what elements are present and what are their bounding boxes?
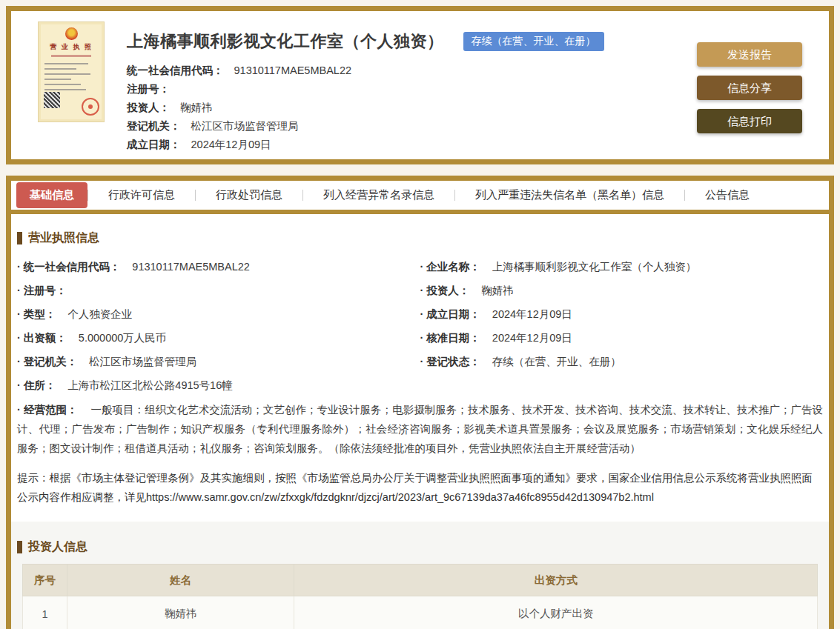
field-label: · 核准日期： [420, 332, 480, 344]
field-row: · 核准日期：2024年12月09日 [420, 326, 824, 350]
table-row: 1 鞠婧祎 以个人财产出资 [23, 596, 818, 629]
column-header-name: 姓名 [67, 565, 294, 596]
detail-panel: 基础信息 行政许可信息 行政处罚信息 列入经营异常名录信息 列入严重违法失信名单… [6, 176, 834, 629]
address-row: · 住所：上海市松江区北松公路4915号16幢 [17, 373, 823, 397]
field-value: 鞠婧祎 [481, 284, 514, 296]
field-label: · 登记状态： [420, 356, 480, 367]
company-summary: 上海橘事顺利影视文化工作室（个人独资） 存续（在营、开业、在册） 统一社会信用代… [105, 11, 697, 159]
tab-announcements[interactable]: 公告信息 [705, 188, 750, 202]
tab-divider [454, 190, 455, 201]
tab-divider [684, 190, 685, 201]
print-info-button[interactable]: 信息打印 [697, 109, 802, 133]
share-info-button[interactable]: 信息分享 [697, 76, 802, 100]
license-qr-code [44, 92, 60, 108]
field-value: 2024年12月09日 [492, 308, 572, 320]
section-marker-icon [17, 541, 22, 553]
field-label: · 类型： [17, 308, 56, 320]
license-fields-grid: · 统一社会信用代码：91310117MAE5MBAL22 · 注册号： · 类… [17, 255, 823, 373]
field-row: · 统一社会信用代码：91310117MAE5MBAL22 [17, 255, 420, 279]
tab-serious-violation-blacklist[interactable]: 列入严重违法失信名单（黑名单）信息 [475, 188, 664, 202]
business-license-thumbnail[interactable]: 营 业 执 照 [38, 21, 105, 122]
tab-divider [87, 190, 88, 201]
license-text-line [44, 73, 90, 75]
cell-name: 鞠婧祎 [67, 596, 294, 629]
tab-admin-penalty[interactable]: 行政处罚信息 [216, 188, 282, 202]
field-row: · 成立日期：2024年12月09日 [420, 302, 824, 326]
section-title: 营业执照信息 [28, 230, 99, 246]
status-badge: 存续（在营、开业、在册） [463, 32, 604, 51]
field-row: · 投资人：鞠婧祎 [420, 279, 824, 302]
field-value: 松江区市场监督管理局 [89, 356, 196, 367]
header-field-row: 统一社会信用代码：91310117MAE5MBAL22 [127, 61, 697, 80]
field-label: · 登记机关： [17, 356, 77, 367]
field-label: · 成立日期： [420, 308, 480, 320]
field-label: 投资人： [127, 101, 170, 113]
license-text-line [44, 84, 81, 85]
column-header-method: 出资方式 [294, 565, 818, 596]
license-fields-right: · 企业名称：上海橘事顺利影视文化工作室（个人独资） · 投资人：鞠婧祎 · 成… [420, 255, 824, 373]
field-label: · 经营范围： [17, 404, 78, 416]
national-emblem-icon [65, 27, 78, 40]
header-field-row: 成立日期：2024年12月09日 [127, 136, 697, 154]
field-row: · 登记状态：存续（在营、开业、在册） [420, 350, 824, 373]
field-label: 注册号： [127, 83, 170, 95]
field-value: 5.000000万人民币 [79, 332, 166, 344]
field-row: · 类型：个人独资企业 [17, 302, 420, 326]
header-field-row: 登记机关：松江区市场监督管理局 [127, 117, 697, 136]
field-row: · 注册号： [17, 279, 420, 302]
page-title-company-name: 上海橘事顺利影视文化工作室（个人独资） [127, 30, 444, 53]
investor-section: 投资人信息 序号 姓名 出资方式 1 鞠婧祎 以个人财产出资 [11, 522, 829, 629]
company-header-panel: 营 业 执 照 上海橘事顺利影视文化工作室（个人独资） 存续（在营、开业、在册）… [6, 6, 834, 164]
cell-method: 以个人财产出资 [294, 596, 818, 629]
field-value: 91310117MAE5MBAL22 [132, 261, 250, 273]
license-subtitle-line [51, 55, 92, 57]
header-field-row: 注册号： [127, 80, 697, 99]
field-row: · 企业名称：上海橘事顺利影视文化工作室（个人独资） [420, 255, 824, 279]
field-row: · 登记机关：松江区市场监督管理局 [17, 350, 420, 373]
field-value: 个人独资企业 [67, 308, 132, 320]
section-header: 投资人信息 [17, 539, 823, 555]
tab-bar: 基础信息 行政许可信息 行政处罚信息 列入经营异常名录信息 列入严重违法失信名单… [11, 181, 829, 214]
tab-abnormal-operation[interactable]: 列入经营异常名录信息 [323, 188, 434, 202]
header-field-row: 投资人：鞠婧祎 [127, 99, 697, 117]
field-label: · 住所： [17, 379, 56, 391]
license-text-line [44, 68, 76, 70]
field-label: · 投资人： [420, 284, 470, 296]
field-value: 2024年12月09日 [492, 332, 572, 344]
send-report-button[interactable]: 发送报告 [697, 42, 802, 67]
license-text-line [44, 63, 88, 64]
cell-index: 1 [23, 596, 67, 629]
section-header: 营业执照信息 [17, 230, 823, 246]
tab-divider [302, 190, 303, 201]
field-value: 鞠婧祎 [180, 101, 213, 113]
tab-basic-info[interactable]: 基础信息 [16, 182, 87, 208]
field-label: · 企业名称： [420, 261, 480, 273]
field-value: 松江区市场监督管理局 [191, 120, 299, 132]
table-header-row: 序号 姓名 出资方式 [23, 565, 818, 596]
field-label: · 注册号： [17, 284, 67, 296]
notice-text: 提示：根据《市场主体登记管理条例》及其实施细则，按照《市场监管总局办公厅关于调整… [17, 468, 823, 507]
license-fields-left: · 统一社会信用代码：91310117MAE5MBAL22 · 注册号： · 类… [17, 255, 420, 373]
field-label: 登记机关： [127, 120, 181, 132]
field-value: 上海市松江区北松公路4915号16幢 [67, 379, 232, 391]
tab-admin-license[interactable]: 行政许可信息 [108, 188, 175, 202]
license-red-seal [82, 98, 99, 116]
tab-content: 营业执照信息 · 统一社会信用代码：91310117MAE5MBAL22 · 注… [11, 214, 829, 629]
business-scope-text: 一般项目：组织文化艺术交流活动；文艺创作；专业设计服务；电影摄制服务；技术服务、… [17, 404, 823, 454]
field-value: 2024年12月09日 [191, 139, 271, 150]
business-license-section: 营业执照信息 · 统一社会信用代码：91310117MAE5MBAL22 · 注… [11, 214, 829, 522]
license-text-line [44, 89, 86, 90]
field-value: 91310117MAE5MBAL22 [234, 64, 352, 76]
field-value: 上海橘事顺利影视文化工作室（个人独资） [492, 261, 697, 273]
field-row: · 出资额：5.000000万人民币 [17, 326, 420, 350]
license-thumb-title: 营 业 执 照 [43, 42, 99, 52]
column-header-index: 序号 [23, 565, 67, 596]
license-text-line [44, 79, 71, 80]
field-label: 成立日期： [127, 139, 181, 150]
section-title: 投资人信息 [28, 539, 87, 555]
business-scope-row: · 经营范围：一般项目：组织文化艺术交流活动；文艺创作；专业设计服务；电影摄制服… [17, 400, 823, 458]
action-buttons: 发送报告 信息分享 信息打印 [697, 42, 802, 159]
field-label: 统一社会信用代码： [127, 64, 224, 76]
field-label: · 出资额： [17, 332, 67, 344]
investor-table: 序号 姓名 出资方式 1 鞠婧祎 以个人财产出资 [22, 564, 818, 629]
